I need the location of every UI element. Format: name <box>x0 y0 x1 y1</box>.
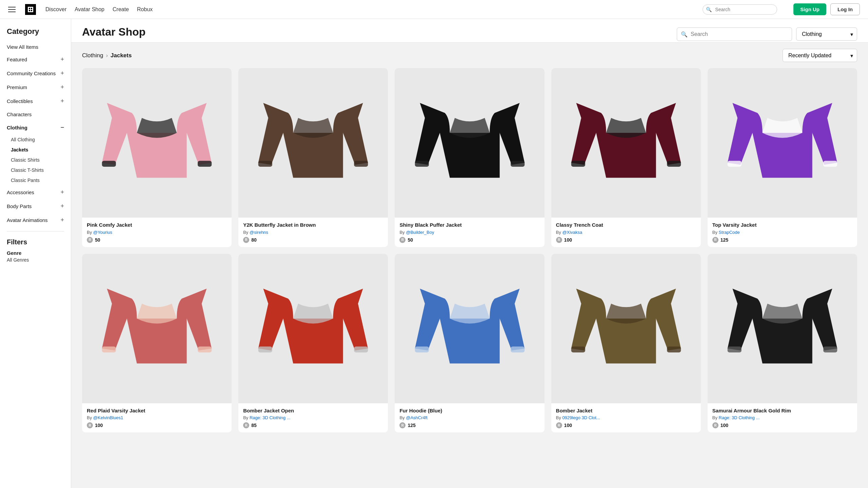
genre-value[interactable]: All Genres <box>7 257 64 263</box>
nav-search-input[interactable] <box>703 4 777 15</box>
sidebar-item-accessories-label: Accessories <box>7 189 34 195</box>
robux-icon: R <box>399 422 406 428</box>
shop-category-select[interactable]: Clothing All Accessories Body Parts Avat… <box>796 27 857 41</box>
product-card[interactable]: Samurai Armour Black Gold RimBy Rage: 3D… <box>708 254 857 433</box>
sidebar-sub-classic-tshirts[interactable]: Classic T-Shirts <box>0 165 71 175</box>
sidebar-item-avatar-animations[interactable]: Avatar Animations + <box>0 213 71 227</box>
product-creator: By @KelvinBlues1 <box>87 415 227 420</box>
creator-link[interactable]: @KelvinBlues1 <box>93 415 123 420</box>
product-image <box>238 68 388 218</box>
genre-title: Genre <box>7 247 64 257</box>
svg-rect-13 <box>728 161 742 167</box>
nav-create[interactable]: Create <box>113 6 129 13</box>
sidebar-item-clothing[interactable]: Clothing − <box>0 121 71 135</box>
sidebar-item-community-label: Community Creations <box>7 70 56 76</box>
product-name: Y2K Butterfly Jacket in Brown <box>243 222 383 228</box>
nav-avatar-shop[interactable]: Avatar Shop <box>75 6 104 13</box>
product-card[interactable]: Top Varsity JacketBy StrapCodeR125 <box>708 68 857 247</box>
sort-select[interactable]: Recently Updated Best Selling Price: Low… <box>783 49 857 62</box>
product-price: R100 <box>556 237 696 243</box>
product-price: R80 <box>243 237 383 243</box>
creator-link[interactable]: 0929lego 3D Clot... <box>562 415 600 420</box>
svg-rect-23 <box>728 346 742 352</box>
signup-button[interactable]: Sign Up <box>793 3 826 15</box>
product-info: Samurai Armour Black Gold RimBy Rage: 3D… <box>708 403 857 433</box>
product-card[interactable]: Red Plaid Varsity JacketBy @KelvinBlues1… <box>82 254 232 433</box>
product-image <box>708 68 857 218</box>
sidebar-item-collectibles[interactable]: Collectibles + <box>0 94 71 108</box>
sidebar-view-all[interactable]: View All Items <box>0 41 71 53</box>
price-value: 100 <box>564 423 572 428</box>
top-navigation: Discover Avatar Shop Create Robux 🔍 Sign… <box>0 0 868 19</box>
product-card[interactable]: Bomber Jacket OpenBy Rage: 3D Clothing .… <box>238 254 388 433</box>
roblox-logo[interactable] <box>25 4 36 15</box>
creator-link[interactable]: StrapCode <box>719 230 740 235</box>
product-creator: By StrapCode <box>712 230 852 235</box>
sidebar-item-premium[interactable]: Premium + <box>0 80 71 94</box>
login-button[interactable]: Log In <box>830 3 860 15</box>
svg-rect-12 <box>667 161 681 167</box>
svg-rect-6 <box>198 161 212 167</box>
creator-link[interactable]: @sirehns <box>250 230 268 235</box>
breadcrumb-separator: › <box>106 52 108 59</box>
creator-link[interactable]: @Xivaksa <box>562 230 582 235</box>
product-card[interactable]: Shiny Black Puffer JacketBy @Builder_Boy… <box>395 68 544 247</box>
product-image <box>395 254 544 403</box>
sidebar-category-title: Category <box>0 27 71 41</box>
creator-link[interactable]: Rage: 3D Clothing ... <box>719 415 760 420</box>
creator-link[interactable]: @AshCr4ft <box>406 415 428 420</box>
creator-link[interactable]: @Yourius <box>93 230 112 235</box>
svg-rect-0 <box>28 7 33 12</box>
sidebar-item-characters[interactable]: Characters <box>0 108 71 121</box>
hamburger-menu[interactable] <box>8 7 16 12</box>
breadcrumb-parent[interactable]: Clothing <box>82 52 103 59</box>
svg-rect-17 <box>258 346 272 352</box>
shop-search-input[interactable] <box>677 27 792 41</box>
avatar-animations-plus-icon: + <box>60 217 64 224</box>
product-card[interactable]: Bomber JacketBy 0929lego 3D Clot...R100 <box>551 254 701 433</box>
svg-rect-11 <box>571 161 585 167</box>
svg-rect-1 <box>29 8 30 9</box>
product-name: Samurai Armour Black Gold Rim <box>712 407 852 414</box>
sidebar-item-accessories[interactable]: Accessories + <box>0 185 71 199</box>
nav-discover[interactable]: Discover <box>45 6 66 13</box>
product-info: Fur Hoodie (Blue)By @AshCr4ftR125 <box>395 403 544 433</box>
sidebar-sub-classic-shirts[interactable]: Classic Shirts <box>0 155 71 165</box>
product-card[interactable]: Classy Trench CoatBy @XivaksaR100 <box>551 68 701 247</box>
svg-rect-7 <box>258 161 272 167</box>
sort-wrapper: Recently Updated Best Selling Price: Low… <box>783 49 857 62</box>
price-value: 50 <box>95 237 100 243</box>
sidebar-sub-classic-pants[interactable]: Classic Pants <box>0 175 71 185</box>
sidebar-item-community[interactable]: Community Creations + <box>0 66 71 80</box>
product-image <box>82 254 232 403</box>
svg-rect-16 <box>198 346 212 352</box>
shop-search-icon: 🔍 <box>681 31 688 37</box>
sidebar-sub-jackets[interactable]: Jackets <box>0 145 71 155</box>
sidebar-item-featured[interactable]: Featured + <box>0 53 71 66</box>
svg-rect-19 <box>415 346 429 352</box>
nav-search-icon: 🔍 <box>706 7 712 12</box>
shop-search-row: 🔍 Clothing All Accessories Body Parts Av… <box>677 27 857 41</box>
sidebar-divider <box>7 231 64 231</box>
creator-link[interactable]: @Builder_Boy <box>406 230 434 235</box>
sidebar: Category View All Items Featured + Commu… <box>0 19 71 488</box>
product-card[interactable]: Pink Comfy JacketBy @YouriusR50 <box>82 68 232 247</box>
svg-rect-8 <box>354 161 368 167</box>
shop-category-wrapper: Clothing All Accessories Body Parts Avat… <box>796 27 857 41</box>
product-card[interactable]: Y2K Butterfly Jacket in BrownBy @sirehns… <box>238 68 388 247</box>
breadcrumb-row: Clothing › Jackets Recently Updated Best… <box>71 43 868 68</box>
robux-icon: R <box>556 237 562 243</box>
product-card[interactable]: Fur Hoodie (Blue)By @AshCr4ftR125 <box>395 254 544 433</box>
creator-link[interactable]: Rage: 3D Clothing ... <box>250 415 291 420</box>
collectibles-plus-icon: + <box>60 98 64 105</box>
sidebar-sub-all-clothing[interactable]: All Clothing <box>0 135 71 145</box>
robux-icon: R <box>712 237 718 243</box>
price-value: 80 <box>251 237 257 243</box>
price-value: 100 <box>721 423 728 428</box>
price-value: 85 <box>251 423 257 428</box>
body-parts-plus-icon: + <box>60 203 64 210</box>
product-creator: By @Yourius <box>87 230 227 235</box>
sidebar-item-body-parts[interactable]: Body Parts + <box>0 199 71 213</box>
nav-robux[interactable]: Robux <box>137 6 153 13</box>
svg-rect-10 <box>511 161 525 167</box>
